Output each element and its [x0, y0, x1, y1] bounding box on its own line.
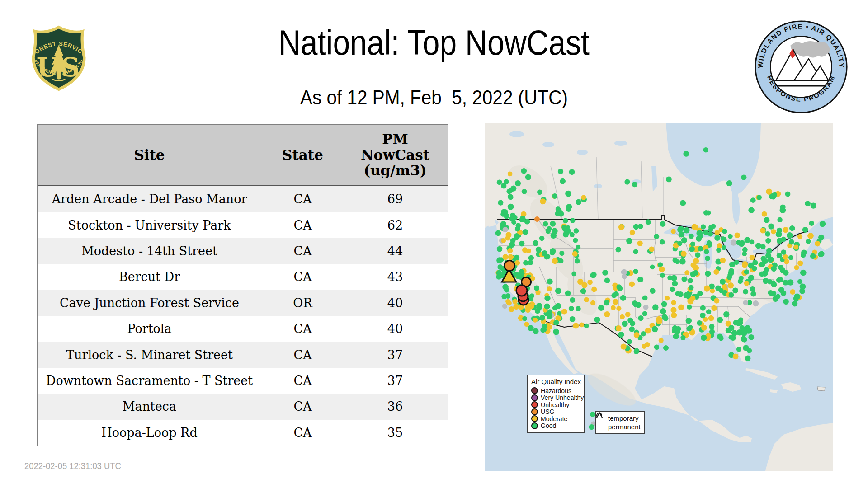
moderate-swatch-icon: [531, 415, 538, 422]
monitor-dot-good: [539, 315, 545, 321]
marker-type-legend: temporary permanent: [595, 411, 645, 434]
monitor-dot-good: [642, 311, 647, 316]
monitor-dot-good: [700, 305, 706, 311]
monitor-dot-moderate: [629, 282, 635, 287]
aqi-legend-item: Moderate: [531, 415, 581, 422]
monitor-dot-good: [741, 336, 746, 342]
column-header-state: State: [261, 125, 344, 185]
monitor-dot-good: [688, 278, 693, 283]
monitor-dot-moderate: [671, 312, 677, 318]
aqi-legend-item: Unhealthy: [531, 401, 581, 408]
monitor-dot-nodata: [753, 300, 759, 306]
monitor-dot-good: [613, 291, 618, 296]
monitor-dot-good: [604, 277, 610, 283]
monitor-dot-good: [806, 239, 811, 244]
usg-swatch-icon: [531, 408, 538, 415]
monitor-dot-good: [744, 269, 749, 274]
monitor-dot-good: [778, 277, 783, 282]
monitor-dot-good: [629, 326, 635, 332]
monitor-dot-good: [672, 281, 678, 286]
table-row: Bercut DrCA43: [38, 264, 448, 290]
monitor-dot-good: [731, 330, 737, 336]
monitor-dot-moderate: [701, 325, 707, 331]
monitor-dot-good: [633, 249, 638, 254]
monitor-dot-good: [705, 256, 710, 261]
monitor-dot-moderate: [681, 251, 687, 257]
monitor-dot-good: [748, 207, 754, 213]
monitor-dot-good: [663, 345, 669, 351]
monitor-dot-good: [679, 258, 686, 265]
monitor-dot-good: [563, 231, 569, 237]
site-cell: Modesto - 14th Street: [38, 238, 261, 264]
monitor-dot-good: [584, 324, 589, 328]
good-swatch-icon: [531, 422, 538, 429]
monitor-dot-moderate: [579, 323, 584, 328]
monitor-dot-good: [671, 275, 677, 282]
legend-label: Unhealthy: [541, 401, 569, 408]
monitor-dot-moderate: [678, 305, 684, 310]
generation-timestamp: 2022-02-05 12:31:03 UTC: [24, 461, 121, 471]
monitor-dot-good: [684, 292, 690, 299]
monitor-dot-moderate: [611, 305, 616, 310]
monitor-dot-moderate: [561, 309, 567, 314]
northern-lake-3: [577, 150, 588, 155]
legend-label: Good: [541, 422, 556, 429]
legend-item-temporary: temporary: [599, 414, 641, 422]
value-cell: 40: [344, 290, 446, 316]
monitor-dot-moderate: [783, 254, 788, 260]
table-row: Stockton - University ParkCA62: [38, 212, 448, 238]
monitor-dot-moderate: [621, 344, 627, 350]
monitor-dot-good: [752, 260, 757, 265]
hazardous-swatch-icon: [531, 387, 538, 394]
state-cell: CA: [261, 316, 344, 342]
monitor-dot-moderate: [505, 235, 511, 241]
monitor-dot-good: [777, 253, 783, 258]
monitor-dot-moderate: [750, 255, 755, 260]
monitor-dot-moderate: [692, 224, 698, 230]
monitor-dot-good: [706, 309, 711, 314]
monitor-dot-moderate: [645, 328, 651, 333]
monitor-dot-good: [550, 221, 556, 227]
table-row: Hoopa-Loop RdCA35: [38, 420, 448, 446]
monitor-dot-good: [703, 147, 708, 153]
monitor-dot-moderate: [815, 241, 820, 246]
monitor-dot-good: [800, 270, 807, 276]
monitor-dot-good: [802, 227, 808, 233]
monitor-dot-good: [630, 321, 635, 326]
value-cell: 62: [344, 212, 446, 238]
state-cell: OR: [261, 290, 344, 316]
monitor-dot-good: [533, 240, 538, 246]
monitor-dot-nodata: [621, 269, 627, 275]
monitor-dot-good: [759, 272, 764, 277]
monitor-dot-good: [683, 151, 689, 157]
monitor-dot-good: [565, 291, 571, 296]
monitor-dot-moderate: [501, 238, 506, 243]
value-cell: 35: [344, 420, 446, 446]
monitor-dot-moderate: [797, 234, 802, 239]
monitor-dot-good: [569, 169, 575, 175]
monitor-dot-good: [718, 336, 723, 341]
monitor-dot-moderate: [708, 315, 714, 321]
table-row: MantecaCA36: [38, 394, 448, 419]
table-row: Modesto - 14th StreetCA44: [38, 238, 448, 264]
monitor-dot-good: [777, 228, 782, 233]
monitor-dot-good: [618, 332, 624, 338]
monitor-dot-good: [563, 218, 568, 224]
monitor-dot-good: [711, 224, 716, 229]
monitor-dot-good: [783, 299, 789, 305]
monitor-dot-good: [525, 174, 531, 180]
monitor-dot-good: [811, 202, 816, 208]
monitor-dot-good: [805, 201, 811, 206]
value-cell: 37: [344, 342, 446, 367]
monitor-dot-good: [590, 272, 596, 278]
monitor-dot-good: [496, 270, 502, 276]
monitor-dot-good: [641, 331, 646, 337]
monitor-dot-moderate: [670, 307, 676, 313]
monitor-dot-good: [676, 326, 681, 332]
monitor-dot-moderate: [760, 228, 766, 234]
unhealthy-swatch-icon: [531, 401, 538, 408]
monitor-dot-good: [687, 305, 692, 310]
monitor-dot-good: [652, 326, 658, 333]
northern-lake-4: [614, 141, 627, 146]
monitor-dot-moderate: [744, 281, 750, 286]
